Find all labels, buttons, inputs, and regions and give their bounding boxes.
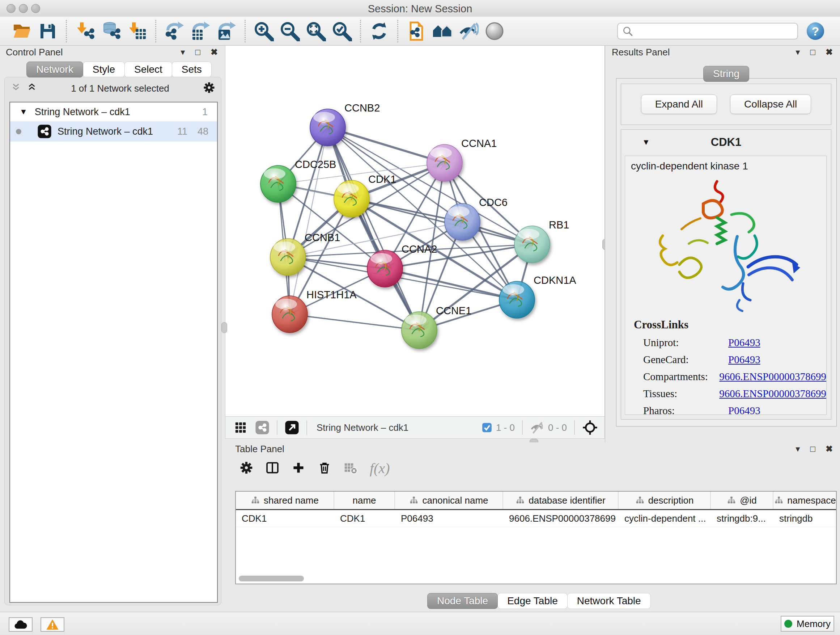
table-row[interactable]: CDK1CDK1P064939606.ENSP00000378699cyclin…: [236, 510, 836, 527]
import-table-button[interactable]: [126, 20, 148, 42]
node-hist1h1a[interactable]: [272, 296, 308, 333]
crosslink-link[interactable]: 9606.ENSP00000378699: [719, 371, 826, 383]
table-panel-maximize-icon[interactable]: □: [810, 445, 815, 453]
tab-network-table[interactable]: Network Table: [567, 593, 651, 609]
search-input[interactable]: [617, 23, 798, 40]
node-cdc25b[interactable]: [261, 165, 296, 203]
tab-node-table[interactable]: Node Table: [427, 593, 498, 609]
table-cell[interactable]: CDK1: [334, 510, 395, 527]
node-ccna1[interactable]: [427, 144, 462, 181]
table-cell[interactable]: CDK1: [236, 510, 334, 527]
node-table[interactable]: shared namenamecanonical namedatabase id…: [235, 491, 837, 584]
column-header-description[interactable]: description: [619, 492, 711, 509]
table-panel-float-icon[interactable]: ▾: [796, 445, 800, 453]
tab-string[interactable]: String: [703, 66, 749, 82]
left-splitter-handle[interactable]: [221, 322, 227, 333]
expand-all-networks-icon[interactable]: [27, 82, 37, 95]
network-collection-row[interactable]: ▼ String Network – cdk1 1: [10, 103, 217, 121]
collapse-all-button[interactable]: Collapse All: [730, 95, 811, 114]
results-panel-float-icon[interactable]: ▾: [796, 48, 800, 57]
edge[interactable]: [290, 314, 419, 330]
network-edge-count: 48: [197, 126, 208, 137]
edge[interactable]: [290, 127, 328, 314]
node-ccna2[interactable]: [367, 250, 403, 287]
sphere-button[interactable]: [483, 20, 506, 42]
node-ccnb1[interactable]: [270, 239, 306, 276]
column-header-shared-name[interactable]: shared name: [236, 492, 334, 509]
node-ccnb2[interactable]: [310, 109, 346, 146]
function-builder-icon[interactable]: f(x): [370, 460, 390, 477]
column-header-canonical-name[interactable]: canonical name: [395, 492, 503, 509]
birds-eye-view-icon[interactable]: [285, 420, 299, 435]
cloud-button[interactable]: [9, 617, 33, 632]
collapse-all-networks-icon[interactable]: [11, 82, 21, 95]
table-cell[interactable]: stringdb:9...: [711, 510, 774, 527]
node-rb1[interactable]: [515, 226, 550, 263]
tab-network[interactable]: Network: [27, 62, 83, 78]
expand-all-button[interactable]: Expand All: [641, 95, 717, 114]
network-options-gear-icon[interactable]: [203, 81, 215, 95]
string-home-button[interactable]: [431, 20, 454, 42]
tab-sets[interactable]: Sets: [172, 62, 212, 78]
node-cdk1[interactable]: [334, 180, 369, 217]
node-cdc6[interactable]: [445, 203, 480, 241]
import-network-button[interactable]: [74, 20, 96, 42]
table-horizontal-scrollbar[interactable]: [239, 576, 304, 581]
refresh-button[interactable]: [368, 20, 390, 42]
table-cell[interactable]: stringdb: [774, 510, 837, 527]
tab-style[interactable]: Style: [83, 62, 125, 78]
network-thumbnail-icon[interactable]: [255, 420, 270, 435]
delete-column-icon[interactable]: [317, 461, 332, 476]
memory-button[interactable]: Memory: [781, 616, 834, 632]
crosslink-link[interactable]: 9606.ENSP00000378699: [719, 388, 826, 400]
crosslink-link[interactable]: P06493: [728, 337, 760, 348]
control-panel-maximize-icon[interactable]: □: [195, 48, 201, 57]
node-cdkn1a[interactable]: [499, 281, 535, 318]
column-header--id[interactable]: @id: [711, 492, 774, 509]
network-status-bar: String Network – cdk1 1 - 0 0 - 0: [225, 416, 605, 439]
zoom-in-button[interactable]: [253, 20, 275, 42]
network-row-selected[interactable]: String Network – cdk1 11 48: [10, 121, 217, 141]
hide-glasses-button[interactable]: [457, 20, 480, 42]
crosslink-link[interactable]: P06493: [728, 405, 760, 415]
table-options-gear-icon[interactable]: [240, 461, 253, 476]
warnings-button[interactable]: [41, 617, 65, 632]
export-network-button[interactable]: [163, 20, 186, 42]
table-cell[interactable]: cyclin-dependent ...: [619, 510, 711, 527]
tab-edge-table[interactable]: Edge Table: [497, 593, 568, 609]
results-panel-maximize-icon[interactable]: □: [810, 48, 815, 57]
export-image-button[interactable]: [215, 20, 238, 42]
show-columns-icon[interactable]: [265, 461, 279, 476]
svg-text:?: ?: [812, 25, 819, 38]
save-session-button[interactable]: [36, 20, 59, 42]
network-canvas[interactable]: CCNB2 CCNA1 CDC25B: [225, 46, 605, 416]
results-panel-close-icon[interactable]: ✖: [826, 48, 833, 57]
column-header-database-identifier[interactable]: database identifier: [503, 492, 619, 509]
table-cell[interactable]: 9606.ENSP00000378699: [503, 510, 619, 527]
edge[interactable]: [385, 269, 517, 300]
control-panel-float-icon[interactable]: ▾: [180, 48, 185, 57]
help-button[interactable]: ?: [806, 22, 825, 41]
open-session-button[interactable]: [11, 20, 33, 42]
collection-expand-icon[interactable]: ▼: [19, 107, 27, 117]
column-header-name[interactable]: name: [334, 492, 395, 509]
crosslink-link[interactable]: P06493: [728, 354, 760, 366]
zoom-selected-button[interactable]: [331, 20, 353, 42]
gene-collapse-icon[interactable]: ▼: [642, 138, 650, 147]
add-column-icon[interactable]: [292, 461, 305, 476]
tab-select[interactable]: Select: [125, 62, 172, 78]
fit-selected-crosshair-icon[interactable]: [582, 420, 598, 435]
node-ccne1[interactable]: [401, 312, 437, 348]
edge[interactable]: [328, 127, 445, 163]
zoom-fit-button[interactable]: [305, 20, 327, 42]
share-file-button[interactable]: [405, 20, 428, 42]
control-panel-close-icon[interactable]: ✖: [210, 48, 218, 57]
column-header-namespace[interactable]: namespace: [774, 492, 837, 509]
zoom-out-button[interactable]: [279, 20, 301, 42]
table-cell[interactable]: P06493: [395, 510, 503, 527]
import-database-button[interactable]: [100, 20, 122, 42]
export-table-button[interactable]: [189, 20, 212, 42]
table-panel-close-icon[interactable]: ✖: [826, 445, 833, 453]
grid-view-icon[interactable]: [234, 421, 247, 434]
selected-nodes-checkbox[interactable]: [482, 422, 493, 433]
